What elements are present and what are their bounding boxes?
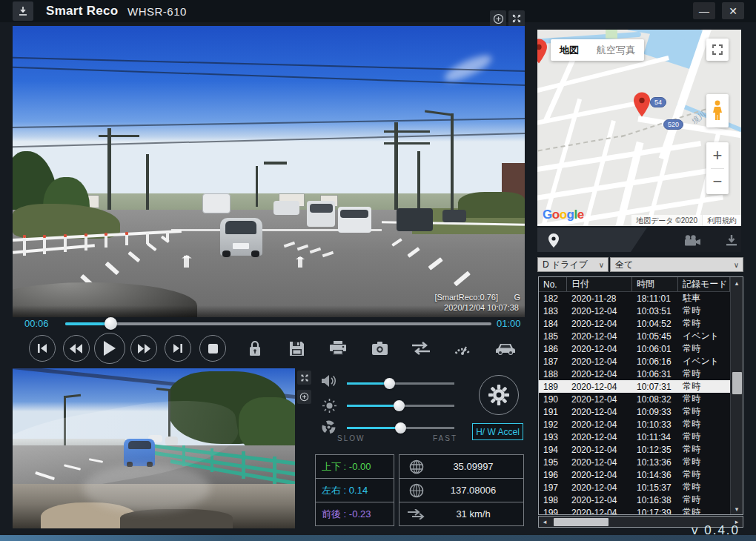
seek-thumb[interactable]	[105, 317, 117, 330]
speed-slider[interactable]	[347, 427, 454, 429]
scene-suv	[397, 208, 432, 231]
rewind-button[interactable]	[63, 335, 90, 362]
scroll-up-arrow[interactable]: ▴	[735, 277, 739, 288]
table-row[interactable]: 1872020-12-0410:06:16イベント	[539, 355, 743, 368]
vertical-scroll-thumb[interactable]	[732, 372, 742, 394]
street-view-pegman[interactable]	[706, 94, 729, 127]
map-boundary	[538, 135, 626, 152]
map-panel[interactable]: 54 520 境川 地図 航空写真 + − Google 地図データ ©2020…	[537, 30, 741, 226]
table-row[interactable]: 1962020-12-0410:14:36常時	[539, 468, 743, 481]
download-files-button[interactable]	[723, 231, 740, 249]
table-row[interactable]: 1862020-12-0410:06:01常時	[539, 342, 743, 355]
speed-thumb[interactable]	[395, 422, 406, 434]
volume-control[interactable]	[320, 372, 338, 390]
map-terms-link[interactable]: 利用規約	[703, 215, 741, 227]
table-cell: 常時	[678, 380, 730, 393]
scroll-left-arrow[interactable]: ◂	[539, 517, 551, 527]
fast-forward-button[interactable]	[130, 335, 157, 362]
brightness-thumb[interactable]	[394, 400, 405, 411]
main-video-display[interactable]: [SmartReco:0.76]G 2020/12/04 10:07:38	[13, 26, 525, 317]
snapshot-button[interactable]	[368, 337, 391, 359]
table-cell: 187	[539, 355, 567, 368]
speedometer-button[interactable]	[451, 337, 474, 359]
sub-video-display[interactable]	[13, 368, 295, 528]
scene-post-tip	[43, 235, 46, 238]
speaker-icon	[322, 374, 336, 388]
playback-speed-control[interactable]	[320, 419, 336, 435]
brightness-fill	[347, 405, 399, 407]
minimize-button[interactable]: —	[693, 2, 715, 19]
table-row[interactable]: 1832020-12-0410:03:51常時	[539, 305, 743, 317]
gsensor-updown-label: 上下	[322, 461, 341, 472]
sub-video-zoom-button[interactable]	[297, 390, 311, 404]
sub-video-fullscreen-button[interactable]	[297, 371, 311, 385]
fast-label: FAST	[433, 434, 457, 442]
show-location-button[interactable]	[545, 231, 563, 249]
google-logo: Google	[543, 208, 584, 222]
video-list-button[interactable]	[683, 231, 701, 249]
table-row[interactable]: 1822020-11-2818:11:01駐車	[539, 292, 743, 305]
table-row[interactable]: 1852020-12-0410:05:45イベント	[539, 330, 743, 342]
table-row[interactable]: 1982020-12-0410:16:38常時	[539, 494, 743, 506]
table-cell: 2020-12-04	[567, 481, 632, 494]
table-row[interactable]: 1912020-12-0410:09:33常時	[539, 405, 743, 418]
map-marker[interactable]	[634, 92, 650, 117]
table-row[interactable]: 1882020-12-0410:06:31常時	[539, 368, 743, 380]
print-button[interactable]	[327, 337, 349, 359]
table-row[interactable]: 1842020-12-0410:04:52常時	[539, 317, 743, 330]
seek-bar[interactable]	[65, 322, 491, 325]
video-fullscreen-button[interactable]	[508, 10, 525, 27]
table-cell: 2020-12-04	[567, 443, 632, 456]
scene-teal-post	[273, 457, 276, 485]
vertical-scrollbar[interactable]: ▴ ▾	[730, 277, 743, 514]
map-zoom-out-button[interactable]: −	[706, 169, 729, 194]
close-button[interactable]: ✕	[722, 2, 744, 19]
map-type-switcher[interactable]: 地図 航空写真	[551, 39, 644, 61]
skip-start-button[interactable]	[29, 335, 56, 362]
stop-button[interactable]	[199, 335, 226, 362]
horizontal-scroll-thumb[interactable]	[554, 518, 609, 526]
table-row[interactable]: 1922020-12-0410:10:33常時	[539, 418, 743, 431]
map-fullscreen-button[interactable]	[706, 39, 729, 61]
table-row[interactable]: 1952020-12-0410:13:36常時	[539, 456, 743, 468]
scene-post-tip	[105, 233, 107, 236]
lock-button[interactable]	[244, 337, 266, 359]
save-button[interactable]	[285, 337, 308, 359]
table-row[interactable]: 1992020-12-0410:17:39常時	[539, 506, 743, 515]
record-filter-select[interactable]: 全て ∨	[610, 257, 743, 272]
play-button[interactable]	[94, 333, 125, 364]
table-header: No.日付時間記録モード	[539, 277, 743, 292]
app-model: WHSR-610	[127, 5, 187, 18]
column-header[interactable]: 日付	[567, 277, 632, 291]
brightness-control[interactable]	[321, 397, 337, 414]
volume-thumb[interactable]	[384, 378, 395, 389]
column-header[interactable]: 記録モード	[678, 277, 730, 291]
drive-data-button[interactable]	[494, 337, 517, 359]
video-zoom-button[interactable]	[490, 10, 506, 27]
hw-accel-button[interactable]: H/ W Accel	[472, 423, 523, 440]
table-row[interactable]: 1932020-12-0410:11:34常時	[539, 431, 743, 443]
reel-icon	[322, 420, 336, 434]
map-type-map[interactable]: 地図	[551, 44, 588, 57]
download-button[interactable]	[13, 1, 33, 21]
swap-camera-button[interactable]	[410, 337, 432, 359]
map-zoom-in-button[interactable]: +	[706, 143, 729, 168]
table-cell: 10:03:51	[632, 305, 678, 317]
scene-post	[105, 235, 107, 248]
recording-list: No.日付時間記録モード 1822020-11-2818:11:01駐車1832…	[538, 276, 743, 515]
table-cell: 2020-12-04	[567, 355, 632, 368]
skip-end-button[interactable]	[165, 335, 191, 362]
volume-slider[interactable]	[347, 382, 454, 385]
column-header[interactable]: No.	[539, 277, 567, 291]
table-cell: 10:08:32	[632, 393, 678, 405]
column-header[interactable]: 時間	[632, 277, 678, 291]
settings-button[interactable]	[479, 375, 519, 415]
table-row[interactable]: 1942020-12-0410:12:35常時	[539, 443, 743, 456]
table-row[interactable]: 1902020-12-0410:08:32常時	[539, 393, 743, 405]
drive-select[interactable]: D ドライブ ∨	[537, 257, 609, 272]
scroll-down-arrow[interactable]: ▾	[735, 503, 739, 514]
table-row[interactable]: 1972020-12-0410:15:37常時	[539, 481, 743, 494]
brightness-slider[interactable]	[347, 405, 454, 407]
map-type-satellite[interactable]: 航空写真	[588, 44, 644, 57]
table-row[interactable]: 1892020-12-0410:07:31常時	[539, 380, 743, 393]
